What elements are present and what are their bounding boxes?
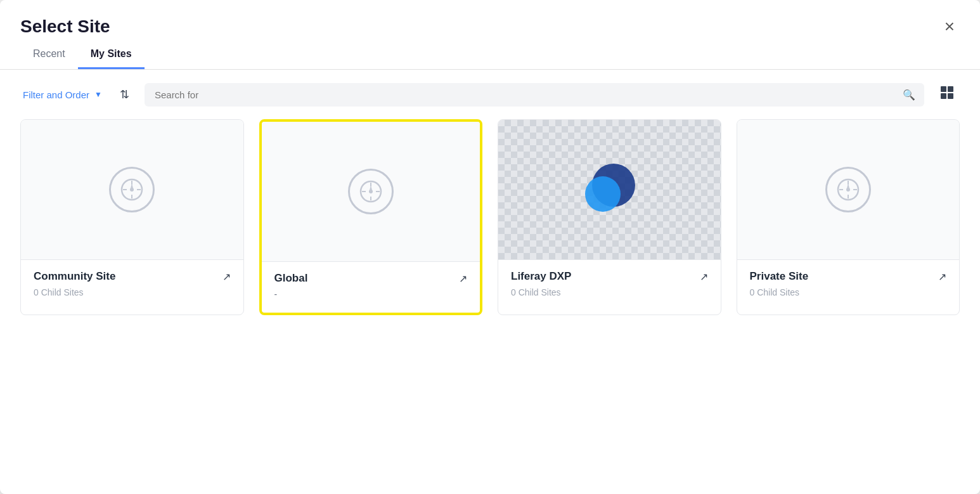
sites-grid: Community Site ↗ 0 Child Sites xyxy=(20,119,960,315)
site-card-global-name-row: Global ↗ xyxy=(274,272,468,285)
site-card-liferay-name: Liferay DXP xyxy=(511,270,571,283)
site-card-private-image xyxy=(737,120,960,259)
svg-marker-26 xyxy=(847,183,849,188)
svg-rect-3 xyxy=(948,93,953,99)
tab-my-sites[interactable]: My Sites xyxy=(78,38,145,69)
grid-view-button[interactable] xyxy=(934,82,960,107)
external-link-icon-liferay[interactable]: ↗ xyxy=(700,271,708,283)
site-card-private-name-row: Private Site ↗ xyxy=(750,270,947,283)
sort-button[interactable]: ⇅ xyxy=(115,85,134,104)
search-input[interactable] xyxy=(145,83,924,107)
select-site-modal: Select Site × Recent My Sites Filter and… xyxy=(0,0,980,494)
site-card-community-body: Community Site ↗ 0 Child Sites xyxy=(21,259,243,311)
sites-content: Community Site ↗ 0 Child Sites xyxy=(0,119,980,494)
svg-marker-17 xyxy=(370,185,372,190)
site-card-global-image xyxy=(262,122,480,261)
external-link-icon-community[interactable]: ↗ xyxy=(222,271,231,283)
svg-rect-0 xyxy=(941,86,946,92)
toolbar: Filter and Order ▼ ⇅ 🔍 xyxy=(0,70,980,119)
filter-order-button[interactable]: Filter and Order ▼ xyxy=(20,86,105,104)
site-card-global[interactable]: Global ↗ - xyxy=(259,119,483,315)
svg-point-21 xyxy=(846,188,850,192)
compass-icon xyxy=(109,167,155,212)
compass-icon-private xyxy=(825,167,871,212)
site-card-private-name: Private Site xyxy=(750,270,809,283)
site-card-private[interactable]: Private Site ↗ 0 Child Sites xyxy=(737,119,960,315)
site-card-liferay-name-row: Liferay DXP ↗ xyxy=(511,270,708,283)
site-card-private-body: Private Site ↗ 0 Child Sites xyxy=(737,259,960,311)
site-card-global-body: Global ↗ - xyxy=(262,261,480,313)
modal-title: Select Site xyxy=(20,16,110,37)
site-card-liferay-body: Liferay DXP ↗ 0 Child Sites xyxy=(498,259,721,311)
site-card-private-sub: 0 Child Sites xyxy=(750,287,800,297)
external-link-icon-private[interactable]: ↗ xyxy=(938,271,946,283)
site-card-community-name-row: Community Site ↗ xyxy=(34,270,231,283)
svg-rect-1 xyxy=(948,86,953,92)
modal-header: Select Site × xyxy=(0,0,980,38)
search-icon: 🔍 xyxy=(903,89,915,101)
svg-rect-2 xyxy=(941,93,946,99)
site-card-liferay-image xyxy=(498,120,721,259)
tabs-bar: Recent My Sites xyxy=(0,38,980,70)
tab-recent[interactable]: Recent xyxy=(20,38,78,69)
site-card-liferay-sub: 0 Child Sites xyxy=(511,287,561,297)
site-card-global-sub: - xyxy=(274,289,278,299)
site-card-community-name: Community Site xyxy=(34,270,115,283)
site-card-liferay-dxp[interactable]: Liferay DXP ↗ 0 Child Sites xyxy=(498,119,721,315)
external-link-icon-global[interactable]: ↗ xyxy=(459,273,467,285)
liferay-logo xyxy=(574,155,644,224)
site-card-community-sub: 0 Child Sites xyxy=(34,287,84,297)
chevron-down-icon: ▼ xyxy=(94,90,102,99)
search-bar: 🔍 xyxy=(145,83,924,107)
site-card-community[interactable]: Community Site ↗ 0 Child Sites xyxy=(20,119,244,315)
svg-point-5 xyxy=(130,188,134,192)
svg-marker-10 xyxy=(131,183,133,188)
site-card-community-image xyxy=(21,120,243,259)
svg-point-19 xyxy=(585,176,621,212)
svg-point-12 xyxy=(369,190,373,193)
filter-order-label: Filter and Order xyxy=(23,89,89,100)
site-card-global-name: Global xyxy=(274,272,308,285)
compass-icon-global xyxy=(348,169,394,214)
close-button[interactable]: × xyxy=(939,15,960,38)
